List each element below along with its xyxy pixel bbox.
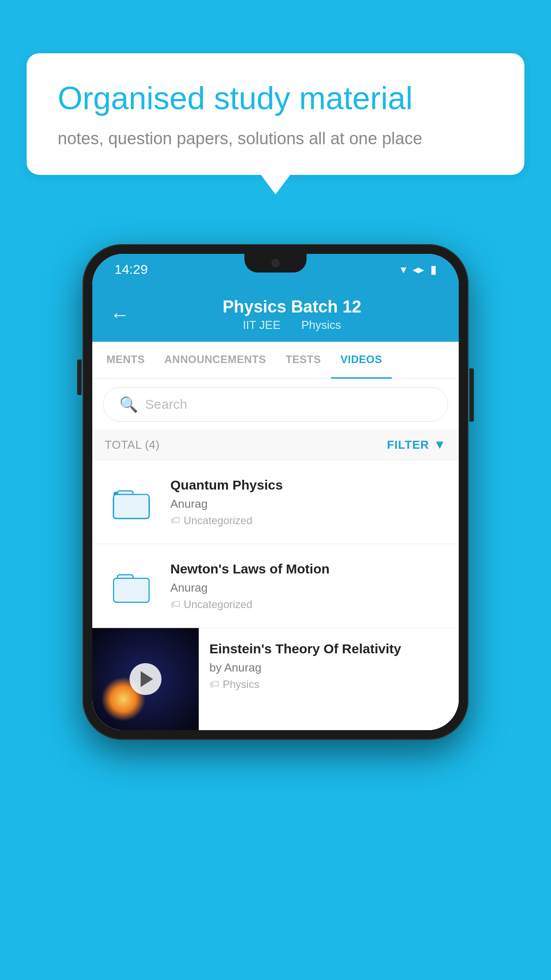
filter-label: FILTER [387,438,429,452]
play-icon [141,671,153,687]
tab-ments[interactable]: MENTS [97,342,155,379]
video-item-newton[interactable]: Newton's Laws of Motion Anurag 🏷 Uncateg… [92,544,459,628]
phone-screen: 14:29 ▾ ◂▸ ▮ ← Physics Batch 12 IIT JEE … [92,254,459,730]
tab-tests[interactable]: TESTS [276,342,331,379]
total-count: TOTAL (4) [105,438,160,452]
wifi-icon: ▾ [401,263,406,277]
video-tag-quantum: 🏷 Uncategorized [170,514,446,527]
search-input[interactable]: 🔍 Search [103,387,448,422]
tag-label-newton: Uncategorized [184,598,252,611]
video-info-newton: Newton's Laws of Motion Anurag 🏷 Uncateg… [170,561,446,611]
video-title-newton: Newton's Laws of Motion [170,561,446,577]
tag-icon-quantum: 🏷 [170,515,180,526]
filter-icon: ▼ [433,438,446,452]
status-time: 14:29 [114,262,148,277]
video-author-quantum: Anurag [170,497,446,511]
video-item-quantum[interactable]: Quantum Physics Anurag 🏷 Uncategorized [92,460,459,544]
tabs-bar: MENTS ANNOUNCEMENTS TESTS VIDEOS [92,342,459,379]
phone-mockup: 14:29 ▾ ◂▸ ▮ ← Physics Batch 12 IIT JEE … [83,244,468,740]
tab-videos[interactable]: VIDEOS [331,342,392,379]
video-author-newton: Anurag [170,581,446,595]
battery-icon: ▮ [430,263,437,277]
video-title-quantum: Quantum Physics [170,478,446,493]
tag-icon-newton: 🏷 [170,599,180,610]
promo-subtitle: notes, question papers, solutions all at… [58,129,493,148]
video-thumb-newton [105,559,158,612]
video-tag-newton: 🏷 Uncategorized [170,598,446,611]
app-header: ← Physics Batch 12 IIT JEE Physics [92,285,459,342]
einstein-author: by Anurag [209,661,448,675]
folder-icon-newton [111,566,151,606]
einstein-info: Einstein's Theory Of Relativity by Anura… [199,628,459,704]
folder-icon [111,482,151,522]
video-info-quantum: Quantum Physics Anurag 🏷 Uncategorized [170,478,446,527]
promo-section: Organised study material notes, question… [27,53,524,175]
einstein-tag: 🏷 Physics [209,678,448,691]
status-icons: ▾ ◂▸ ▮ [401,263,437,277]
header-title: Physics Batch 12 [143,297,441,316]
tag-icon-einstein: 🏷 [209,679,219,690]
filter-button[interactable]: FILTER ▼ [387,438,446,452]
svg-rect-4 [114,494,149,518]
camera-notch [272,259,279,267]
tag-label-quantum: Uncategorized [184,514,252,527]
back-button[interactable]: ← [110,305,130,324]
einstein-thumbnail [92,628,199,730]
play-button-einstein[interactable] [130,663,161,695]
status-bar: 14:29 ▾ ◂▸ ▮ [92,254,459,285]
speech-bubble: Organised study material notes, question… [27,53,524,175]
search-placeholder-text: Search [145,397,187,412]
header-subtitle-part2: Physics [301,318,341,332]
tab-announcements[interactable]: ANNOUNCEMENTS [155,342,276,379]
header-subtitle: IIT JEE Physics [143,318,441,332]
svg-rect-6 [114,578,149,602]
search-icon: 🔍 [119,395,138,413]
search-container: 🔍 Search [92,379,459,430]
promo-title: Organised study material [58,80,493,117]
filter-bar: TOTAL (4) FILTER ▼ [92,430,459,460]
einstein-title: Einstein's Theory Of Relativity [209,641,448,656]
header-title-section: Physics Batch 12 IIT JEE Physics [143,297,441,332]
video-thumb-quantum [105,475,158,529]
tag-label-einstein: Physics [223,678,260,691]
video-item-einstein[interactable]: Einstein's Theory Of Relativity by Anura… [92,628,459,730]
phone-outer: 14:29 ▾ ◂▸ ▮ ← Physics Batch 12 IIT JEE … [83,244,468,740]
notch [244,254,307,273]
signal-icon: ◂▸ [413,263,424,277]
video-list: Quantum Physics Anurag 🏷 Uncategorized [92,460,459,730]
header-subtitle-part1: IIT JEE [243,318,280,332]
